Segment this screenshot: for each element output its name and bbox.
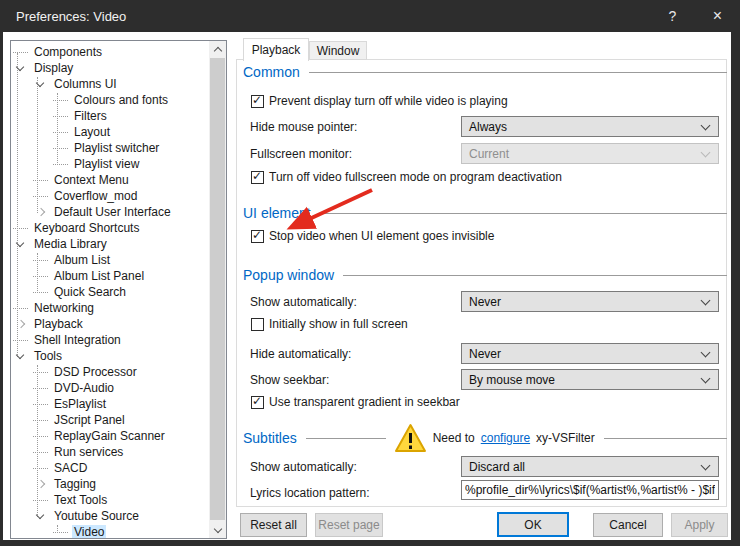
transparent-gradient-row[interactable]: Use transparent gradient in seekbar: [251, 395, 460, 409]
turn-off-fullscreen-row[interactable]: Turn off video fullscreen mode on progra…: [251, 170, 562, 184]
tree-item-display[interactable]: Display: [11, 60, 209, 76]
tree-item-label: Networking: [32, 301, 96, 315]
tree-item-keyboard-shortcuts[interactable]: Keyboard Shortcuts: [11, 220, 209, 236]
tree-connector: [32, 172, 48, 188]
tab-window[interactable]: Window: [309, 41, 367, 60]
tree-item-layout[interactable]: Layout: [11, 124, 209, 140]
tree-connector: [12, 332, 28, 348]
hide-automatically-label: Hide automatically:: [250, 347, 351, 361]
checkbox-label: Use transparent gradient in seekbar: [269, 395, 460, 409]
chevron-down-icon: [701, 460, 711, 470]
stop-video-checkbox[interactable]: [251, 230, 264, 243]
section-popup-window: Popup window: [243, 267, 727, 283]
tree-item-playlist-view[interactable]: Playlist view: [11, 156, 209, 172]
tree-item-label: Playlist switcher: [72, 141, 161, 155]
tree-item-quick-search[interactable]: Quick Search: [11, 284, 209, 300]
tree-item-label: Layout: [72, 125, 112, 139]
tree-scrollbar[interactable]: [209, 41, 226, 538]
window-border-bottom: [0, 540, 740, 546]
tree-item-label: Album List: [52, 253, 112, 267]
window-title: Preferences: Video: [16, 9, 126, 24]
tree-item-shell-integration[interactable]: Shell Integration: [11, 332, 209, 348]
tree-item-colours-and-fonts[interactable]: Colours and fonts: [11, 92, 209, 108]
tree-item-label: Shell Integration: [32, 333, 123, 347]
title-bar: Preferences: Video: [0, 0, 740, 32]
tab-playback[interactable]: Playback: [243, 38, 309, 61]
configure-link[interactable]: configure: [481, 431, 530, 445]
chevron-down-icon: [701, 147, 711, 157]
close-icon[interactable]: ×: [695, 0, 740, 32]
warning-text-suffix: xy-VSFilter: [536, 431, 595, 445]
fullscreen-monitor-label: Fullscreen monitor:: [250, 147, 352, 161]
tree-item-networking[interactable]: Networking: [11, 300, 209, 316]
hide-automatically-select[interactable]: Never: [461, 343, 719, 364]
tree-item-components[interactable]: Components: [11, 44, 209, 60]
scroll-down-icon[interactable]: [209, 522, 226, 538]
tree-item-default-user-interface[interactable]: Default User Interface: [11, 204, 209, 220]
scrollbar-thumb[interactable]: [210, 58, 225, 520]
prevent-display-off-checkbox[interactable]: [251, 95, 264, 108]
chevron-expanded-icon[interactable]: [12, 236, 28, 252]
window-border-right: [731, 32, 740, 546]
chevron-expanded-icon[interactable]: [32, 508, 48, 524]
tree-item-dsd-processor[interactable]: DSD Processor: [11, 364, 209, 380]
tree-item-esplaylist[interactable]: EsPlaylist: [11, 396, 209, 412]
tree-item-youtube-source[interactable]: Youtube Source: [11, 508, 209, 524]
tree-item-album-list[interactable]: Album List: [11, 252, 209, 268]
chevron-down-icon: [701, 120, 711, 130]
tree-item-album-list-panel[interactable]: Album List Panel: [11, 268, 209, 284]
ok-button[interactable]: OK: [497, 512, 569, 537]
scroll-up-icon[interactable]: [209, 41, 226, 57]
tree-item-dvd-audio[interactable]: DVD-Audio: [11, 380, 209, 396]
tree-item-coverflow-mod[interactable]: Coverflow_mod: [11, 188, 209, 204]
tree-item-filters[interactable]: Filters: [11, 108, 209, 124]
chevron-expanded-icon[interactable]: [12, 60, 28, 76]
tree-item-columns-ui[interactable]: Columns UI: [11, 76, 209, 92]
turn-off-fullscreen-checkbox[interactable]: [251, 171, 264, 184]
hide-mouse-pointer-select[interactable]: Always: [461, 116, 719, 137]
tree-item-media-library[interactable]: Media Library: [11, 236, 209, 252]
tree-item-playback[interactable]: Playback: [11, 316, 209, 332]
fullscreen-monitor-select: Current: [461, 143, 719, 164]
tree-item-replaygain-scanner[interactable]: ReplayGain Scanner: [11, 428, 209, 444]
chevron-down-icon: [701, 347, 711, 357]
preferences-tree: ComponentsDisplayColumns UIColours and f…: [10, 40, 227, 539]
tree-connector: [12, 300, 28, 316]
cancel-button[interactable]: Cancel: [593, 513, 663, 537]
tree-connector: [52, 156, 68, 172]
subtitles-show-automatically-select[interactable]: Discard all: [461, 456, 719, 477]
show-seekbar-select[interactable]: By mouse move: [461, 369, 719, 390]
tree-item-label: SACD: [52, 461, 89, 475]
popup-show-automatically-select[interactable]: Never: [461, 291, 719, 312]
tree-item-sacd[interactable]: SACD: [11, 460, 209, 476]
help-button[interactable]: ?: [650, 0, 695, 32]
tree-item-tools[interactable]: Tools: [11, 348, 209, 364]
tree-connector: [32, 284, 48, 300]
tree-item-playlist-switcher[interactable]: Playlist switcher: [11, 140, 209, 156]
tree-item-run-services[interactable]: Run services: [11, 444, 209, 460]
tree-item-video[interactable]: Video: [11, 524, 209, 539]
initially-fullscreen-checkbox[interactable]: [251, 318, 264, 331]
lyrics-pattern-input[interactable]: [461, 480, 719, 500]
chevron-collapsed-icon[interactable]: [32, 204, 48, 220]
tree-item-label: ReplayGain Scanner: [52, 429, 167, 443]
transparent-gradient-checkbox[interactable]: [251, 396, 264, 409]
tree-item-label: Quick Search: [52, 285, 128, 299]
initially-fullscreen-row[interactable]: Initially show in full screen: [251, 317, 408, 331]
tree-item-label: DVD-Audio: [52, 381, 116, 395]
tree-item-text-tools[interactable]: Text Tools: [11, 492, 209, 508]
tree-item-context-menu[interactable]: Context Menu: [11, 172, 209, 188]
reset-all-button[interactable]: Reset all: [240, 513, 307, 537]
tree-connector: [32, 412, 48, 428]
stop-video-row[interactable]: Stop video when UI element goes invisibl…: [251, 229, 494, 243]
tree-item-tagging[interactable]: Tagging: [11, 476, 209, 492]
chevron-collapsed-icon[interactable]: [32, 476, 48, 492]
chevron-collapsed-icon[interactable]: [12, 316, 28, 332]
tree-item-jscript-panel[interactable]: JScript Panel: [11, 412, 209, 428]
chevron-expanded-icon[interactable]: [32, 76, 48, 92]
prevent-display-off-row[interactable]: Prevent display turn off while video is …: [251, 94, 508, 108]
tree-connector: [32, 268, 48, 284]
chevron-expanded-icon[interactable]: [12, 348, 28, 364]
tree-connector: [32, 380, 48, 396]
tree-item-label: Tools: [32, 349, 64, 363]
